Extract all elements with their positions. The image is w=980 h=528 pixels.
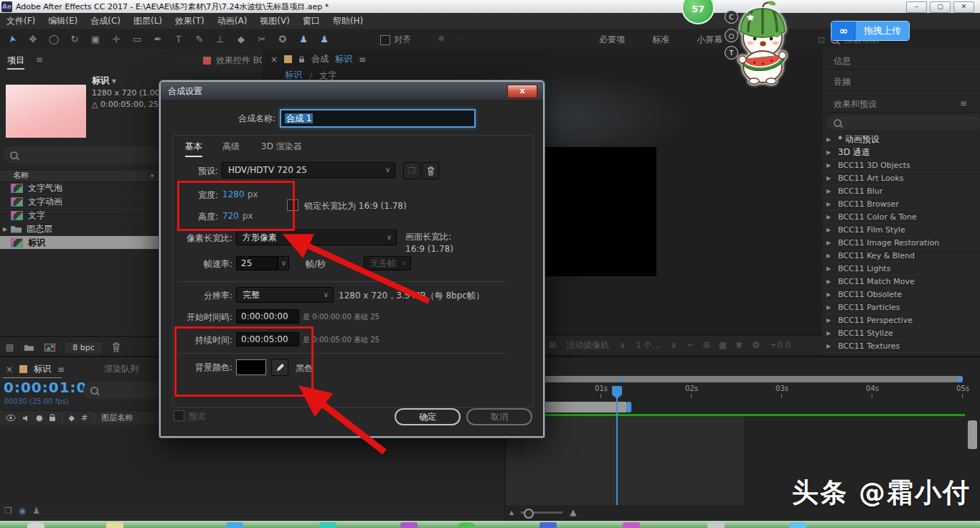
effects-list-item[interactable]: ▶ BCC11 Lights <box>822 263 980 275</box>
tab-basic[interactable]: 基本 <box>185 141 202 157</box>
effects-list-item[interactable]: ▶ * 动画预设 <box>822 133 980 146</box>
tab-project[interactable]: 项目 <box>7 55 24 67</box>
graph-editor-icon[interactable]: ♟ <box>32 506 40 516</box>
save-preset-button[interactable]: ❒ <box>403 162 420 179</box>
menu-item[interactable]: 窗口 <box>296 13 326 29</box>
zoom-tool-icon[interactable]: ◯ <box>47 34 60 44</box>
hand-tool-icon[interactable]: ✥ <box>27 34 39 44</box>
clone-stamp-tool-icon[interactable]: ⊥ <box>214 34 227 44</box>
tab-audio[interactable]: 音频 <box>834 76 851 88</box>
effects-list-item[interactable]: ▶ BCC11 Obsolete <box>822 288 980 301</box>
snap-toggle[interactable]: 对齐 <box>380 34 411 46</box>
taskbar-icon[interactable] <box>400 522 418 528</box>
twirl-arrow-icon[interactable]: ▶ <box>826 263 832 275</box>
menu-item[interactable]: 编辑(E) <box>42 13 84 29</box>
twirl-arrow-icon[interactable]: ▶ <box>826 146 832 159</box>
work-area-bar[interactable] <box>511 376 963 382</box>
twirl-arrow-icon[interactable]: ▶ <box>826 237 832 249</box>
zoom-slider-knob[interactable] <box>524 509 534 519</box>
color-depth-button[interactable]: 8 bpc <box>65 342 102 353</box>
tab-advanced[interactable]: 高级 <box>222 141 240 153</box>
effects-list-item[interactable]: ▶ BCC11 Stylize <box>822 327 980 340</box>
twirl-arrow-icon[interactable]: ▶ <box>826 211 832 223</box>
zoom-out-icon[interactable]: ▲ <box>509 509 514 516</box>
pan-behind-tool-icon[interactable]: ✛ <box>110 34 123 44</box>
tab-3d-renderer[interactable]: 3D 渲染器 <box>261 141 302 153</box>
eraser-tool-icon[interactable]: ◆ <box>235 34 248 44</box>
twirl-arrow-icon[interactable]: ▶ <box>826 275 832 288</box>
character-tool-icon[interactable]: ♟ <box>297 34 310 44</box>
view-layout-dropdown[interactable]: 1 个... <box>636 339 661 352</box>
shape-tool-icon[interactable]: ▭ <box>131 34 143 44</box>
menu-item[interactable]: 动画(A) <box>211 13 254 29</box>
workspace-tab[interactable]: 小屏幕 <box>697 34 722 46</box>
mask-visibility-icon[interactable]: ⊞ <box>703 340 710 350</box>
twirl-arrow-icon[interactable]: ▶ <box>826 301 832 314</box>
delete-preset-button[interactable] <box>422 162 439 179</box>
taskbar-icon[interactable] <box>319 522 336 528</box>
rotation-tool-icon[interactable]: ↻ <box>68 34 81 44</box>
effects-list-item[interactable]: ▶ BCC11 Film Style <box>822 224 980 237</box>
effects-list-item[interactable]: ▶ BCC11 Match Move <box>822 275 980 288</box>
trash-icon[interactable] <box>112 342 121 352</box>
audio-icon[interactable] <box>22 415 29 422</box>
puppet-pin-tool-icon[interactable]: ✪ <box>276 34 289 44</box>
type-tool-icon[interactable]: T <box>172 34 185 44</box>
menu-item[interactable]: 帮助(H) <box>326 13 369 29</box>
menu-item[interactable]: 合成(C) <box>84 13 127 29</box>
close-button[interactable]: ✕ <box>953 1 974 13</box>
twirl-arrow-icon[interactable]: ▶ <box>3 226 11 232</box>
twirl-arrow-icon[interactable]: ▶ <box>826 172 832 184</box>
effects-list-item[interactable]: ▶ BCC11 Image Restoration <box>822 237 980 250</box>
sort-icon[interactable]: ▾ <box>151 170 154 182</box>
taskbar-icon[interactable] <box>106 522 123 528</box>
tab-effects-presets[interactable]: 效果和预设 <box>834 98 877 110</box>
zoom-slider[interactable] <box>521 512 562 514</box>
workspace-tab[interactable]: 必要项 <box>599 34 625 46</box>
effects-list-item[interactable]: ▶ BCC11 Perspective <box>822 314 980 327</box>
cancel-button[interactable]: 取消 <box>466 408 532 425</box>
lock-icon[interactable] <box>50 417 55 421</box>
effects-list-item[interactable]: ▶ BCC11 Browser <box>822 198 980 211</box>
brush-tool-icon[interactable]: ✎ <box>193 34 206 44</box>
viewer-tab-comp-name[interactable]: 标识 <box>335 53 352 65</box>
effects-list-item[interactable]: ▶ BCC11 Color & Tone <box>822 211 980 224</box>
effects-list-item[interactable]: ▶ BCC11 Art Looks <box>822 172 980 185</box>
pen-tool-icon[interactable]: ✒ <box>151 34 164 44</box>
comp-name-input[interactable]: 合成 1 <box>280 109 476 128</box>
effects-search-input[interactable] <box>826 116 980 130</box>
resolution-dropdown[interactable]: 完整∨ <box>236 287 334 303</box>
menu-item[interactable]: 文件(F) <box>0 13 42 29</box>
menu-item[interactable]: 图层(L) <box>127 13 169 29</box>
roto-brush-tool-icon[interactable]: ✂ <box>255 34 268 44</box>
panel-menu-icon[interactable]: ≡ <box>57 364 65 374</box>
minimize-button[interactable]: – <box>906 1 927 13</box>
region-of-interest-icon[interactable]: ⊠ <box>549 340 556 350</box>
windows-taskbar[interactable] <box>0 521 980 528</box>
selection-tool-icon[interactable]: ➤ <box>5 31 19 46</box>
eye-icon[interactable] <box>6 415 16 421</box>
taskbar-icon[interactable] <box>226 522 243 528</box>
dialog-title-bar[interactable]: 合成设置 <box>161 82 543 101</box>
taskbar-icon[interactable] <box>789 522 806 528</box>
menu-item[interactable]: 效果(T) <box>169 13 211 29</box>
solo-icon[interactable]: ● <box>36 413 43 423</box>
effects-list-item[interactable]: ▶ BCC11 Key & Blend <box>822 250 980 263</box>
start-timecode-input[interactable]: 0:00:00:00 <box>236 309 299 324</box>
motion-blur-icon[interactable]: ◉ <box>19 506 26 516</box>
twirl-arrow-icon[interactable]: ▶ <box>826 314 832 326</box>
twirl-arrow-icon[interactable]: ▶ <box>826 224 832 236</box>
drag-upload-button[interactable]: ∞ 拖拽上传 <box>831 21 910 41</box>
effects-list-item[interactable]: ▶ BCC11 Blur <box>822 185 980 198</box>
ok-button[interactable]: 确定 <box>395 408 461 425</box>
tab-effect-controls[interactable]: 效果控件 BG <box>203 55 265 67</box>
twirl-arrow-icon[interactable]: ▶ <box>826 327 832 339</box>
panel-menu-icon[interactable]: ≡ <box>960 98 967 108</box>
twirl-arrow-icon[interactable]: ▶ <box>826 340 832 352</box>
camera-view-dropdown[interactable]: 活动摄像机 <box>566 339 609 352</box>
preset-dropdown[interactable]: HDV/HDTV 720 25∨ <box>222 162 395 178</box>
taskbar-icon[interactable] <box>540 522 557 528</box>
preview-checkbox[interactable] <box>174 410 184 421</box>
taskbar-icon[interactable] <box>27 522 44 528</box>
twirl-arrow-icon[interactable]: ▶ <box>826 198 832 210</box>
